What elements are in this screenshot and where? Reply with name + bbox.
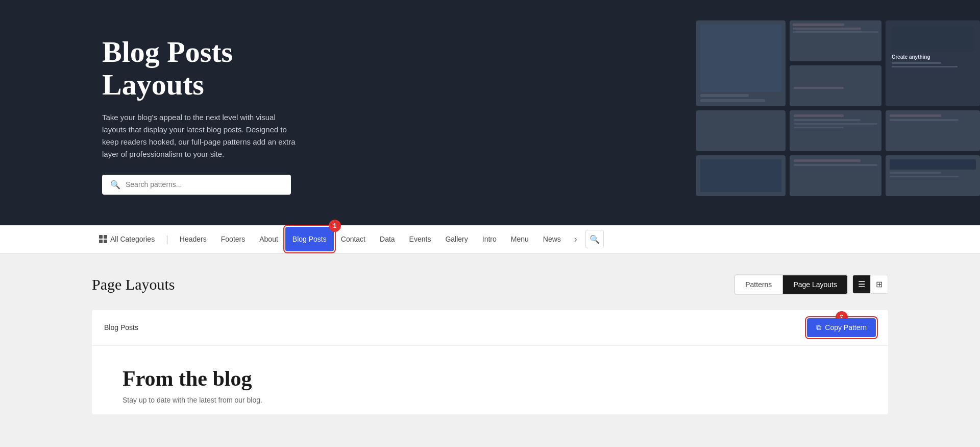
- preview-card-inner: [790, 65, 881, 106]
- nav-item-blogposts[interactable]: Blog Posts: [285, 227, 334, 251]
- view-controls: Patterns Page Layouts ☰ ⊞: [734, 274, 888, 295]
- preview-line: [890, 176, 959, 177]
- patterns-tab[interactable]: Patterns: [734, 275, 782, 294]
- preview-card-10: [886, 155, 980, 196]
- nav-item-news[interactable]: News: [536, 227, 568, 251]
- hero-title: Blog Posts Layouts: [102, 36, 332, 101]
- nav-item-data[interactable]: Data: [373, 227, 402, 251]
- all-categories-item[interactable]: All Categories: [92, 227, 162, 251]
- preview-line: [794, 123, 877, 125]
- preview-card-inner: [696, 20, 786, 106]
- copy-icon: ⧉: [816, 323, 821, 332]
- preview-line: [892, 62, 941, 64]
- list-view-button[interactable]: ☰: [853, 275, 871, 293]
- preview-card-inner: [886, 155, 980, 196]
- preview-line: [890, 119, 959, 121]
- preview-card-6: [790, 110, 881, 151]
- blog-preview-sub: Stay up to date with the latest from our…: [122, 396, 857, 404]
- preview-line: [892, 66, 958, 67]
- nav-item-blogposts-wrapper: Blog Posts 1: [285, 227, 334, 251]
- content-header: Page Layouts Patterns Page Layouts ☰ ⊞: [92, 274, 888, 295]
- search-box: 🔍: [102, 175, 291, 195]
- preview-line: [890, 172, 941, 174]
- page-title: Page Layouts: [92, 276, 175, 293]
- preview-line: [700, 94, 749, 97]
- nav-search-button[interactable]: 🔍: [585, 230, 604, 248]
- preview-img: [700, 25, 781, 92]
- hero-content: Blog Posts Layouts Take your blog's appe…: [0, 20, 357, 225]
- page-layouts-tab[interactable]: Page Layouts: [782, 275, 848, 294]
- preview-card-inner: [790, 20, 881, 61]
- view-icon-buttons: ☰ ⊞: [852, 275, 888, 294]
- nav-item-about[interactable]: About: [252, 227, 285, 251]
- preview-img: [794, 69, 877, 85]
- search-input[interactable]: [126, 180, 283, 189]
- nav-item-headers[interactable]: Headers: [173, 227, 214, 251]
- preview-line: [890, 114, 941, 117]
- copy-pattern-label: Copy Pattern: [825, 323, 867, 332]
- preview-line: [794, 119, 861, 121]
- preview-line: [794, 87, 844, 89]
- nav-item-gallery[interactable]: Gallery: [438, 227, 475, 251]
- preview-card-3: Create anything: [886, 20, 980, 106]
- nav-item-intro[interactable]: Intro: [475, 227, 504, 251]
- preview-card-4: [790, 65, 881, 106]
- pattern-section-header: Blog Posts 2 ⧉ Copy Pattern: [92, 310, 888, 346]
- preview-card-9: [790, 155, 881, 196]
- nav-item-footers[interactable]: Footers: [214, 227, 252, 251]
- preview-line: [793, 28, 861, 30]
- preview-card-inner: [790, 155, 881, 196]
- copy-pattern-button[interactable]: ⧉ Copy Pattern: [807, 318, 876, 337]
- category-nav: All Categories | Headers Footers About B…: [0, 225, 980, 254]
- preview-line: [794, 159, 861, 162]
- main-content: Page Layouts Patterns Page Layouts ☰ ⊞ B…: [0, 254, 980, 435]
- create-label: Create anything: [892, 54, 974, 60]
- preview-img: [700, 159, 781, 192]
- preview-card-1: [696, 20, 786, 106]
- hero-previews: Create anything: [357, 20, 980, 225]
- preview-line: [793, 31, 878, 33]
- preview-card-8: [696, 155, 786, 196]
- hero-section: Blog Posts Layouts Take your blog's appe…: [0, 0, 980, 225]
- blog-preview-title: From the blog: [122, 366, 857, 391]
- preview-img: [892, 27, 974, 52]
- preview-card-inner: [886, 110, 980, 151]
- grid-view-button[interactable]: ⊞: [871, 275, 888, 293]
- preview-card-inner: [790, 110, 881, 151]
- preview-grid: Create anything: [696, 20, 980, 196]
- preview-card-inner: [696, 155, 786, 196]
- nav-item-events[interactable]: Events: [402, 227, 438, 251]
- copy-pattern-wrapper: 2 ⧉ Copy Pattern: [807, 318, 876, 337]
- all-categories-label: All Categories: [110, 235, 155, 243]
- nav-item-menu[interactable]: Menu: [504, 227, 536, 251]
- hero-description: Take your blog's appeal to the next leve…: [102, 111, 296, 160]
- preview-img: [700, 114, 781, 147]
- preview-line: [793, 23, 844, 26]
- badge-1: 1: [329, 220, 341, 232]
- preview-line: [794, 127, 844, 128]
- preview-card-7: [886, 110, 980, 151]
- nav-item-contact[interactable]: Contact: [334, 227, 373, 251]
- pattern-preview: From the blog Stay up to date with the l…: [92, 346, 888, 414]
- nav-separator: |: [166, 234, 168, 245]
- pattern-section: Blog Posts 2 ⧉ Copy Pattern From the blo…: [92, 310, 888, 414]
- preview-line: [794, 164, 877, 166]
- search-icon-nav: 🔍: [590, 234, 600, 244]
- preview-img: [890, 159, 976, 170]
- preview-line: [700, 99, 765, 102]
- preview-card-2: [790, 20, 881, 61]
- preview-card-5: [696, 110, 786, 151]
- preview-line: [794, 114, 844, 117]
- section-label: Blog Posts: [104, 323, 138, 332]
- preview-card-inner: [696, 110, 786, 151]
- nav-more-arrow[interactable]: ›: [570, 228, 581, 251]
- search-icon: 🔍: [110, 180, 120, 190]
- create-anything-card: Create anything: [886, 20, 980, 106]
- grid-icon: [99, 235, 107, 243]
